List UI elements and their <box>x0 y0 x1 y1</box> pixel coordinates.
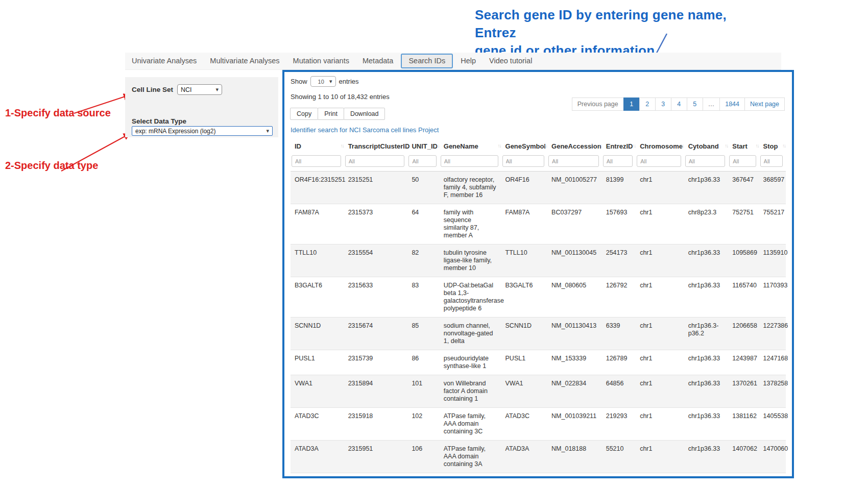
cell-genename: family with sequence similarity 87, memb… <box>440 204 501 245</box>
table-row[interactable]: TTLL10231555482tubulin tyrosine ligase-l… <box>291 245 786 277</box>
cell-geneaccession: BC037297 <box>547 204 602 245</box>
page-size-control: Show 10 ▾ entries <box>291 76 792 87</box>
cell-geneaccession: NM_080605 <box>547 277 602 318</box>
filter-input-stop[interactable] <box>760 155 783 167</box>
cell-unit_id: 85 <box>407 318 439 350</box>
cell-cytoband: chr1p36.3-p36.2 <box>684 318 729 350</box>
chevron-down-icon: ▾ <box>329 78 332 85</box>
filter-input-transcriptclusterid[interactable] <box>345 155 405 167</box>
cell-stop: 1170393 <box>759 277 786 318</box>
tab-multivariate-analyses[interactable]: Multivariate Analyses <box>203 54 286 68</box>
cell-geneaccession: NM_001039211 <box>547 408 602 441</box>
column-header-entrezid[interactable]: EntrezID↑↓ <box>602 138 636 154</box>
sort-icon[interactable]: ↑↓ <box>498 143 501 149</box>
column-header-genesymbol[interactable]: GeneSymbol↑↓ <box>501 138 548 154</box>
cell-cytoband: chr1p36.33 <box>684 172 729 204</box>
page-button-1844[interactable]: 1844 <box>719 97 745 111</box>
cell-transcriptclusterid: 2315951 <box>344 441 408 473</box>
table-row[interactable]: PUSL1231573986pseudouridylate synthase-l… <box>291 350 786 375</box>
cell-id: PUSL1 <box>291 350 344 375</box>
cell-id: VWA1 <box>291 375 344 408</box>
tab-univariate-analyses[interactable]: Univariate Analyses <box>125 54 203 68</box>
column-header-cytoband[interactable]: Cytoband↑↓ <box>684 138 729 154</box>
sort-icon[interactable]: ↑↓ <box>598 143 601 149</box>
tab-help[interactable]: Help <box>454 54 483 68</box>
download-button[interactable]: Download <box>344 108 385 120</box>
table-row[interactable]: OR4F16:2315251231525150olfactory recepto… <box>291 172 786 204</box>
cell-geneaccession: NM_153339 <box>547 350 602 375</box>
column-header-transcriptclusterid[interactable]: TranscriptClusterID↑↓ <box>344 138 408 154</box>
table-row[interactable]: ATAD3A2315951106ATPase family, AAA domai… <box>291 441 786 473</box>
sort-icon[interactable]: ↑↓ <box>725 143 728 149</box>
cell-id: TTLL10 <box>291 245 344 277</box>
page-button-5[interactable]: 5 <box>687 97 703 111</box>
data-type-select[interactable]: exp: mRNA Expression (log2) ▾ <box>132 126 273 136</box>
copy-button[interactable]: Copy <box>290 108 318 120</box>
column-header-unit_id[interactable]: UNIT_ID↑↓ <box>407 138 439 154</box>
entries-label: entries <box>339 78 359 85</box>
column-header-chromosome[interactable]: Chromosome↑↓ <box>636 138 684 154</box>
cell-start: 752751 <box>728 204 759 245</box>
column-header-geneaccession[interactable]: GeneAccession↑↓ <box>547 138 602 154</box>
identifier-search-link[interactable]: Identifier search for NCI Sarcoma cell l… <box>291 126 439 134</box>
cell-stop: 1378258 <box>759 375 786 408</box>
cell-line-set-value: NCI <box>181 86 192 93</box>
cell-geneaccession: NM_022834 <box>547 375 602 408</box>
next-page-button[interactable]: Next page <box>744 97 785 111</box>
page-size-select[interactable]: 10 ▾ <box>310 76 336 87</box>
column-header-stop[interactable]: Stop↑↓ <box>759 138 786 154</box>
sort-icon[interactable]: ↑↓ <box>404 143 407 149</box>
annotation-step1: 1-Specify data source <box>5 107 111 119</box>
page-size-value: 10 <box>318 79 324 85</box>
cell-entrezid: 81399 <box>602 172 636 204</box>
cell-transcriptclusterid: 2315554 <box>344 245 408 277</box>
tab-video-tutorial[interactable]: Video tutorial <box>483 54 539 68</box>
filter-input-cytoband[interactable] <box>685 155 726 167</box>
cell-geneaccession: NM_018188 <box>547 441 602 473</box>
sort-icon[interactable]: ↑↓ <box>756 143 759 149</box>
tab-mutation-variants[interactable]: Mutation variants <box>286 54 356 68</box>
filter-input-chromosome[interactable] <box>637 155 681 167</box>
filter-input-unit_id[interactable] <box>408 155 436 167</box>
sort-icon[interactable]: ↑↓ <box>544 143 547 149</box>
cell-geneaccession: NM_001005277 <box>547 172 602 204</box>
filter-input-id[interactable] <box>292 155 341 167</box>
column-header-id[interactable]: ID↑↓ <box>291 138 344 154</box>
cell-transcriptclusterid: 2315373 <box>344 204 408 245</box>
table-row[interactable]: B3GALT6231563383UDP-Gal:betaGal beta 1,3… <box>291 277 786 318</box>
cell-geneaccession: NM_001130045 <box>547 245 602 277</box>
cell-genename: von Willebrand factor A domain containin… <box>440 375 501 408</box>
filter-input-start[interactable] <box>729 155 756 167</box>
cell-line-set-select[interactable]: NCI ▾ <box>177 84 222 95</box>
table-row[interactable]: FAM87A231537364family with sequence simi… <box>291 204 786 245</box>
previous-page-button[interactable]: Previous page <box>572 97 624 111</box>
tab-search-ids[interactable]: Search IDs <box>401 54 453 68</box>
page-button-4[interactable]: 4 <box>671 97 687 111</box>
sort-icon[interactable]: ↑↓ <box>436 143 439 149</box>
cell-chromosome: chr1 <box>636 245 684 277</box>
gene-table: ID↑↓TranscriptClusterID↑↓UNIT_ID↑↓GeneNa… <box>291 138 786 473</box>
cell-chromosome: chr1 <box>636 441 684 473</box>
cell-unit_id: 102 <box>407 408 439 441</box>
sort-icon[interactable]: ↑↓ <box>782 143 785 149</box>
filter-input-entrezid[interactable] <box>603 155 633 167</box>
cell-stop: 1227386 <box>759 318 786 350</box>
sort-icon[interactable]: ↑↓ <box>681 143 684 149</box>
sort-icon[interactable]: ↑↓ <box>341 143 344 149</box>
cell-stop: 1247168 <box>759 350 786 375</box>
filter-input-geneaccession[interactable] <box>548 155 599 167</box>
sort-icon[interactable]: ↑↓ <box>632 143 635 149</box>
column-header-start[interactable]: Start↑↓ <box>728 138 759 154</box>
column-header-genename[interactable]: GeneName↑↓ <box>440 138 501 154</box>
table-row[interactable]: SCNN1D231567485sodium channel, nonvoltag… <box>291 318 786 350</box>
filter-input-genename[interactable] <box>441 155 498 167</box>
tab-metadata[interactable]: Metadata <box>356 54 400 68</box>
page-button-1[interactable]: 1 <box>623 97 640 111</box>
page-button-3[interactable]: 3 <box>655 97 671 111</box>
table-row[interactable]: VWA12315894101von Willebrand factor A do… <box>291 375 786 408</box>
page-button-2[interactable]: 2 <box>639 97 656 111</box>
table-row[interactable]: ATAD3C2315918102ATPase family, AAA domai… <box>291 408 786 441</box>
print-button[interactable]: Print <box>318 108 344 120</box>
cell-genesymbol: VWA1 <box>501 375 548 408</box>
filter-input-genesymbol[interactable] <box>502 155 545 167</box>
